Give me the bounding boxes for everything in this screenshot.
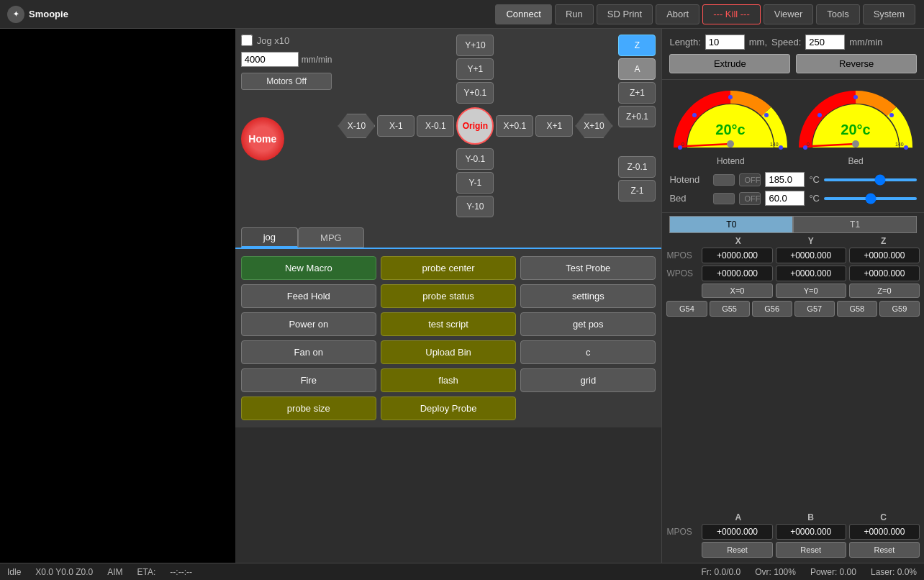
status-pos: X0.0 Y0.0 Z0.0 — [35, 567, 93, 577]
hotend-unit: °C — [809, 174, 820, 185]
b-reset-button[interactable]: Reset — [776, 542, 846, 558]
z-zero-button[interactable]: Z=0 — [849, 284, 920, 298]
g56-button[interactable]: G56 — [752, 301, 792, 317]
x-minus-01-button[interactable]: X-0.1 — [417, 115, 454, 137]
tools-button[interactable]: Tools — [816, 4, 859, 24]
status-eta-value: --:--:-- — [170, 567, 192, 577]
tool-tabs: T0 T1 — [669, 216, 917, 233]
viewer-button[interactable]: Viewer — [764, 4, 814, 24]
temp-section: Hotend OFF 185.0 °C Bed OFF 60.0 °C — [662, 169, 924, 213]
g-offset-row: G54 G55 G56 G57 G58 G59 — [666, 301, 920, 317]
x-minus-1-button[interactable]: X-1 — [377, 115, 415, 137]
macro-probe-size[interactable]: probe size — [241, 397, 376, 420]
a-reset-button[interactable]: Reset — [702, 542, 772, 558]
macro-deploy-probe[interactable]: Deploy Probe — [381, 397, 516, 420]
jog-x10-checkbox[interactable] — [241, 35, 253, 46]
svg-text:20°c: 20°c — [841, 122, 870, 137]
macro-feed-hold[interactable]: Feed Hold — [241, 284, 376, 308]
t0-tab[interactable]: T0 — [669, 216, 793, 233]
jog-tab[interactable]: jog — [241, 227, 298, 248]
macro-settings[interactable]: settings — [520, 284, 656, 308]
c-reset-button[interactable]: Reset — [849, 542, 920, 558]
extrude-row: Length: 10 mm, Speed: 250 mm/min — [669, 35, 917, 50]
macro-new-macro[interactable]: New Macro — [241, 256, 376, 280]
x-plus-10-button[interactable]: X+10 — [575, 114, 612, 138]
macro-flash[interactable]: flash — [381, 368, 516, 392]
bed-toggle[interactable]: OFF — [739, 192, 761, 205]
motors-off-button[interactable]: Motors Off — [241, 73, 332, 90]
connect-button[interactable]: Connect — [495, 4, 551, 24]
system-button[interactable]: System — [863, 4, 915, 24]
run-button[interactable]: Run — [555, 4, 594, 24]
macro-fire[interactable]: Fire — [241, 368, 376, 392]
y-plus-10-button[interactable]: Y+10 — [456, 35, 494, 56]
y-minus-1-button[interactable]: Y-1 — [456, 172, 494, 194]
hotend-toggle[interactable]: OFF — [739, 173, 761, 186]
y-zero-button[interactable]: Y=0 — [776, 284, 846, 298]
z-plus-1-button[interactable]: Z+1 — [618, 82, 656, 104]
macro-upload-bin[interactable]: Upload Bin — [381, 340, 516, 364]
a-label-button[interactable]: A — [618, 58, 656, 80]
z-jog-column: Z A Z+1 Z+0.1 Z-0.1 Z-1 — [618, 35, 656, 201]
home-button[interactable]: Home — [241, 117, 284, 160]
x-minus-10-button[interactable]: X-10 — [338, 114, 375, 138]
g59-button[interactable]: G59 — [879, 301, 920, 317]
mpos-z-value: +0000.000 — [849, 248, 920, 263]
macro-c[interactable]: c — [520, 340, 656, 364]
macro-probe-status[interactable]: probe status — [381, 284, 516, 308]
speed-unit: mm/min — [849, 37, 882, 47]
x-plus-1-button[interactable]: X+1 — [535, 115, 573, 137]
abort-button[interactable]: Abort — [656, 4, 699, 24]
jog-area: Jog x10 4000 mm/min Motors Off Home Y+10… — [235, 29, 662, 223]
speed-input[interactable]: 250 — [805, 35, 845, 50]
svg-point-16 — [852, 140, 859, 148]
z-minus-01-button[interactable]: Z-0.1 — [618, 156, 656, 178]
g58-button[interactable]: G58 — [837, 301, 877, 317]
macro-fan-on[interactable]: Fan on — [241, 340, 376, 364]
z-plus-01-button[interactable]: Z+0.1 — [618, 106, 656, 127]
z-label-button[interactable]: Z — [618, 35, 656, 56]
bed-slider[interactable] — [824, 197, 917, 200]
t1-tab[interactable]: T1 — [793, 216, 917, 233]
g55-button[interactable]: G55 — [710, 301, 750, 317]
x-plus-01-button[interactable]: X+0.1 — [496, 115, 533, 137]
abc-reset-row: Reset Reset Reset — [666, 542, 920, 558]
jog-speed-unit: mm/min — [302, 55, 332, 65]
g57-button[interactable]: G57 — [794, 301, 835, 317]
kill-button[interactable]: --- Kill --- — [702, 4, 761, 24]
macro-test-script[interactable]: test script — [381, 312, 516, 336]
y-minus-10-button[interactable]: Y-10 — [456, 196, 494, 217]
extrude-button[interactable]: Extrude — [669, 54, 790, 73]
xyz-position-section: X Y Z MPOS +0000.000 +0000.000 +0000.000… — [662, 236, 924, 512]
reverse-button[interactable]: Reverse — [796, 54, 917, 73]
macro-power-on[interactable]: Power on — [241, 312, 376, 336]
macro-probe-center[interactable]: probe center — [381, 256, 516, 280]
x-zero-button[interactable]: X=0 — [702, 284, 772, 298]
length-input[interactable]: 10 — [705, 35, 745, 50]
bed-target-input[interactable]: 60.0 — [765, 191, 805, 206]
hotend-target-input[interactable]: 185.0 — [765, 172, 805, 187]
macro-test-probe[interactable]: Test Probe — [520, 256, 656, 280]
hotend-label: Hotend — [717, 156, 745, 166]
y-minus-01-button[interactable]: Y-0.1 — [456, 148, 494, 170]
svg-point-12 — [853, 95, 858, 99]
macro-grid[interactable]: grid — [520, 368, 656, 392]
center-panel: Jog x10 4000 mm/min Motors Off Home Y+10… — [235, 29, 662, 563]
y-plus-01-button[interactable]: Y+0.1 — [456, 82, 494, 104]
z-minus-1-button[interactable]: Z-1 — [618, 180, 656, 201]
abc-mpos-row: MPOS +0000.000 +0000.000 +0000.000 — [666, 524, 920, 540]
g54-button[interactable]: G54 — [666, 301, 707, 317]
macro-get-pos[interactable]: get pos — [520, 312, 656, 336]
mpg-tab[interactable]: MPG — [298, 227, 364, 248]
svg-point-14 — [904, 145, 908, 150]
y-plus-1-button[interactable]: Y+1 — [456, 58, 494, 80]
bed-temp-row: Bed OFF 60.0 °C — [669, 191, 917, 206]
jog-speed-input[interactable]: 4000 — [241, 52, 299, 67]
bed-temp-label: Bed — [669, 193, 709, 204]
hotend-slider[interactable] — [824, 178, 917, 181]
sd-print-button[interactable]: SD Print — [597, 4, 653, 24]
macro-grid: New Macro probe center Test Probe Feed H… — [235, 249, 662, 427]
origin-button[interactable]: Origin — [456, 107, 494, 145]
logo-icon: ✦ — [7, 6, 24, 23]
a-col-header: A — [703, 512, 773, 522]
